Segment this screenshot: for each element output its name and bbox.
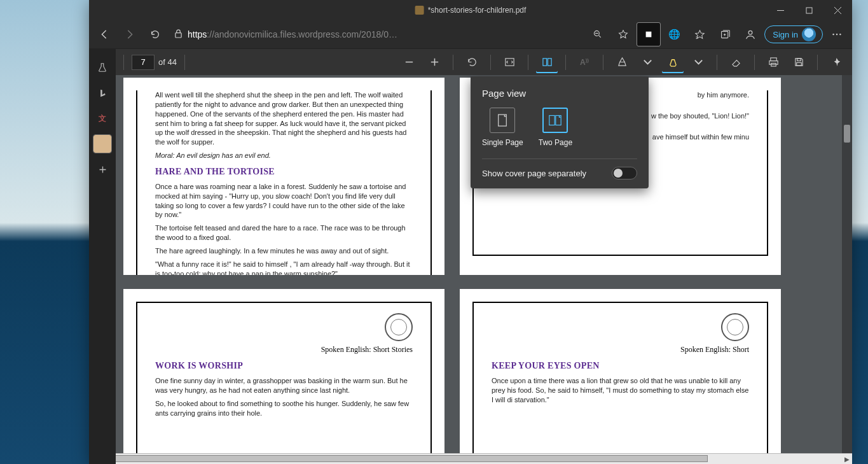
svg-rect-14 [769,61,777,65]
save-button[interactable] [788,52,809,73]
favorite-button[interactable] [612,23,635,46]
profile-avatar-icon [802,27,816,41]
page-number-input[interactable] [132,55,155,70]
sign-in-label: Sign in [773,30,798,39]
sidebar-pinned-site-icon[interactable] [93,135,111,153]
page-body-text: The tortoise felt teased and dared the h… [155,223,413,243]
reader-mode-button[interactable] [637,23,660,46]
single-page-option[interactable]: Single Page [482,108,523,147]
vertical-scrollbar[interactable] [842,75,852,453]
browser-sidebar: 文 [89,48,116,464]
fit-page-button[interactable] [499,52,520,73]
separator [453,55,453,70]
favorites-list-button[interactable] [688,23,711,46]
refresh-button[interactable] [144,23,167,46]
tab-favicon-icon [415,6,424,15]
forward-button[interactable] [118,23,141,46]
more-menu-button[interactable] [825,23,848,46]
svg-rect-19 [549,116,555,125]
highlight-menu-button[interactable] [687,52,709,73]
page-spread: Spoken English: Short Stories WORK IS WO… [123,286,852,453]
separator [817,55,818,70]
address-bar[interactable]: https://andonovicmilica.files.wordpress.… [169,29,584,40]
single-page-label: Single Page [482,138,523,147]
sidebar-translate-icon[interactable]: 文 [93,109,111,127]
page-view-button[interactable] [536,52,558,73]
pdf-page: All went well till the shepherd shut the… [123,78,444,275]
svg-rect-13 [770,58,776,61]
page-body-text: The hare agreed laughingly. In a few min… [155,246,413,256]
read-aloud-button[interactable]: A)) [574,52,595,73]
svg-rect-1 [176,33,181,38]
collections-button[interactable] [713,23,736,46]
page-total-label: of 44 [158,57,177,67]
seal-icon [385,313,413,341]
page-body-text: Once a hare was roaming near a lake in a… [155,182,413,220]
page-view-popup: Page view Single Page Two Page Show cove… [471,76,649,188]
maximize-button[interactable] [795,0,823,20]
separator [565,55,566,70]
page-subheading: Spoken English: Short [492,345,749,355]
erase-button[interactable] [725,52,747,73]
browser-window: *short-stories-for-children.pdf https://… [89,0,852,464]
separator [754,55,755,70]
pdf-page: Spoken English: Short Stories WORK IS WO… [123,289,444,453]
back-button[interactable] [93,23,116,46]
sign-in-button[interactable]: Sign in [764,25,823,43]
scroll-right-button[interactable]: ▶ [841,454,852,465]
tab-title[interactable]: *short-stories-for-children.pdf [415,6,527,15]
draw-menu-button[interactable] [637,52,658,73]
pin-toolbar-button[interactable] [825,52,847,73]
seal-icon [721,313,749,341]
desktop-background [0,0,89,464]
download-manager-button[interactable]: 🌐 [663,23,685,46]
two-page-option[interactable]: Two Page [539,108,572,147]
separator [717,55,717,70]
page-subheading: Spoken English: Short Stories [155,345,413,355]
story-heading: KEEP YOUR EYES OPEN [492,361,749,371]
zoom-out-button[interactable] [398,52,420,73]
story-heading: HARE AND THE TORTOISE [155,167,413,177]
draw-button[interactable] [611,52,633,73]
horizontal-scrollbar[interactable]: ◀ ▶ [89,453,852,464]
download-icon: 🌐 [668,29,680,40]
page-body-text: One fine sunny day in winter, a grasshop… [155,376,413,395]
pdf-toolbar: of 44 A)) [89,48,852,75]
separator [490,55,491,70]
separator [123,55,124,70]
pdf-page: Spoken English: Short KEEP YOUR EYES OPE… [460,289,781,453]
close-button[interactable] [823,0,852,20]
svg-point-5 [748,31,752,34]
scrollbar-thumb[interactable] [844,125,850,143]
sidebar-add-button[interactable] [93,160,111,178]
page-body-text: So, he looked about to find something to… [155,399,413,418]
svg-rect-0 [806,8,812,13]
cover-page-label: Show cover page separately [482,169,586,178]
pdf-scroll-area[interactable]: Page view Single Page Two Page Show cove… [89,75,852,453]
svg-rect-3 [646,32,652,38]
zoom-button[interactable] [586,23,609,46]
sidebar-labs-icon[interactable] [93,59,111,76]
tab-title-text: *short-stories-for-children.pdf [428,6,527,15]
svg-point-8 [839,34,841,36]
story-heading: WORK IS WORSHIP [155,361,413,371]
svg-rect-17 [796,62,801,66]
sidebar-bing-icon[interactable] [93,84,111,102]
svg-rect-12 [548,59,551,66]
scrollbar-thumb[interactable] [100,455,708,462]
scrollbar-track[interactable] [100,454,841,464]
rotate-button[interactable] [461,52,483,73]
page-moral-text: Moral: An evil design has an evil end. [155,151,413,160]
print-button[interactable] [762,52,784,73]
page-view-title: Page view [482,88,637,99]
cover-page-toggle[interactable] [612,167,637,179]
highlight-button[interactable] [662,52,684,73]
svg-rect-16 [797,59,801,61]
lock-icon [174,29,183,40]
zoom-in-button[interactable] [424,52,445,73]
page-body-text: All went well till the shepherd shut the… [155,90,413,147]
svg-point-7 [836,34,838,36]
minimize-button[interactable] [766,0,795,20]
profile-button[interactable] [739,23,762,46]
svg-point-6 [832,34,834,36]
